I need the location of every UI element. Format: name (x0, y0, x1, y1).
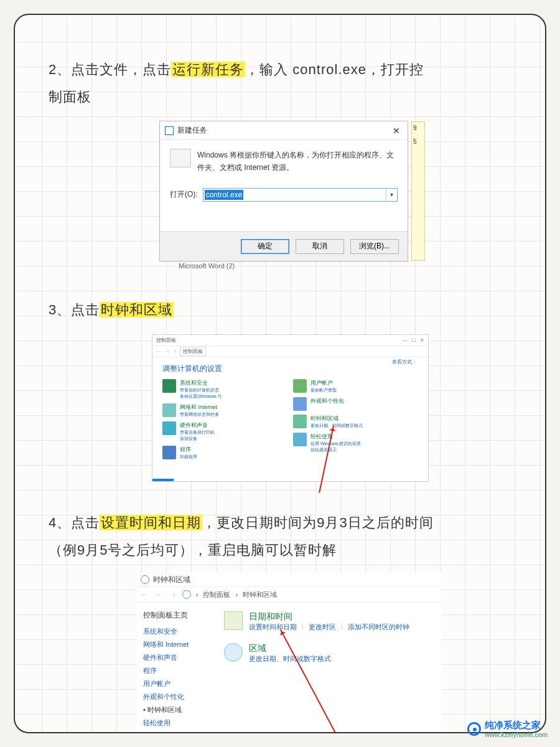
cr-sidebar: 控制面板主页 系统和安全 网络和 Internet 硬件和声音 程序 用户帐户 … (137, 603, 218, 733)
clock-icon (293, 415, 307, 428)
cp-item-network[interactable]: 网络和 Internet查看网络状态和任务 (162, 403, 274, 418)
step2-line2: 制面板 (49, 89, 91, 105)
cp-item-clock[interactable]: 时钟和区域更改日期、时间或数字格式 (293, 415, 405, 429)
open-value: control.exe (205, 190, 244, 200)
watermark: 纯净系统之家 www.kzmyhome.com (467, 720, 548, 738)
palette-icon (293, 397, 307, 411)
step3-prefix: 3、点击 (49, 302, 100, 317)
globe-icon (224, 643, 243, 662)
date-time-title[interactable]: 日期和时间 (249, 611, 409, 622)
step4-line2: （例9月5号之后均可），重启电脑可以暂时解 (49, 542, 337, 558)
nav-arrows[interactable]: ← → ↑ (141, 591, 177, 598)
cp-right-col: 用户帐户更改帐户类型 外观和个性化 时钟和区域更改日期、时间或数字格式 轻松使用… (293, 379, 405, 460)
cp-item-appearance[interactable]: 外观和个性化 (293, 397, 405, 411)
printer-icon (162, 421, 176, 435)
step2-prefix: 2、点击文件，点击 (49, 62, 171, 77)
dialog-title: 新建任务 (177, 125, 390, 136)
clock-icon (141, 575, 149, 584)
shield-icon (162, 379, 176, 393)
nav-up-icon[interactable]: ↑ (174, 349, 176, 354)
chevron-down-icon[interactable]: ▾ (386, 189, 397, 201)
control-panel-window: 控制面板 — ☐ ✕ ← → ↑ 控制面板 查看方式： 调整计算机的设置 系统和… (152, 334, 429, 482)
cp-item-hardware[interactable]: 硬件和声音查看设备和打印机添加设备 (162, 421, 274, 442)
side-system[interactable]: 系统和安全 (143, 627, 212, 636)
cp-item-ease[interactable]: 轻松使用使用 Windows 建议的设置优化视觉显示 (293, 433, 405, 453)
nav-fwd-icon[interactable]: → (165, 349, 170, 354)
address-path[interactable]: 控制面板 (180, 347, 206, 356)
side-clock-current: 时钟和区域 (143, 705, 212, 715)
crumb-cp[interactable]: 控制面板 (203, 590, 230, 599)
link-add-tz[interactable]: 添加不同时区的时钟 (348, 622, 409, 632)
clock-region-window: 时钟和区域 ← → ↑ › 控制面板 › 时钟和区域 控制面板主页 系统和安全 … (137, 573, 442, 733)
accessibility-icon (293, 433, 307, 446)
user-icon (293, 379, 307, 393)
view-mode[interactable]: 查看方式： (392, 359, 417, 365)
step4-text: 4、点击设置时间和日期，更改日期时间为9月3日之后的时间 （例9月5号之后均可）… (49, 509, 521, 564)
dialog-description: Windows 将根据你所键入的名称，为你打开相应的程序、文件夹、文档或 Int… (197, 149, 398, 174)
side-users[interactable]: 用户帐户 (143, 679, 212, 688)
side-network[interactable]: 网络和 Internet (143, 640, 212, 649)
browse-button[interactable]: 浏览(B)... (350, 239, 399, 254)
sidebar-heading: 控制面板主页 (143, 610, 212, 621)
box-icon (162, 446, 176, 459)
cr-title: 时钟和区域 (153, 575, 190, 585)
side-ease[interactable]: 轻松使用 (143, 718, 212, 728)
step4-rest1: ，更改日期时间为9月3日之后的时间 (202, 515, 433, 530)
step3-text: 3、点击时钟和区域 (49, 296, 174, 324)
step2-highlight: 运行新任务 (171, 62, 245, 77)
logo-icon (467, 722, 481, 736)
run-icon (170, 149, 191, 167)
side-hardware[interactable]: 硬件和声音 (143, 653, 212, 662)
cp-item-users[interactable]: 用户帐户更改帐户类型 (293, 379, 405, 393)
cp-item-system[interactable]: 系统和安全查看你的计算机状态备份还原(Windows 7) (162, 379, 274, 400)
nav-back-icon[interactable]: ← (156, 349, 161, 354)
cp-title-label: 控制面板 (156, 337, 176, 344)
step2-text: 2、点击文件，点击运行新任务，输入 control.exe，打开控 制面板 (49, 56, 515, 111)
step4-highlight: 设置时间和日期 (100, 515, 202, 530)
clock-icon (182, 590, 191, 599)
cp-heading: 调整计算机的设置 (162, 364, 418, 374)
globe-icon (162, 403, 176, 417)
link-set-time[interactable]: 设置时间和日期 (249, 622, 297, 632)
open-combobox[interactable]: control.exe ▾ (203, 188, 398, 202)
selection-bar (152, 479, 174, 481)
ok-button[interactable]: 确定 (241, 239, 289, 254)
background-word-text: Microsoft Word (2) (179, 262, 235, 270)
step2-mid: ，输入 control.exe，打开控 (245, 62, 424, 77)
wm-name: 纯净系统之家 (485, 720, 541, 730)
calendar-icon (224, 611, 243, 630)
crumb-clock[interactable]: 时钟和区域 (243, 590, 277, 599)
link-region-format[interactable]: 更改日期、时间或数字格式 (249, 654, 331, 664)
run-dialog-icon (165, 126, 174, 135)
side-appearance[interactable]: 外观和个性化 (143, 692, 212, 702)
open-label: 打开(O): (170, 189, 198, 200)
step3-highlight: 时钟和区域 (100, 302, 174, 317)
row-region: 区域 更改日期、时间或数字格式 (224, 643, 436, 664)
row-date-time: 日期和时间 设置时间和日期| 更改时区| 添加不同时区的时钟 (224, 611, 436, 632)
dialog-titlebar: 新建任务 ✕ (160, 121, 408, 140)
run-dialog: 95 Microsoft Word (2) 新建任务 ✕ Windows 将根据… (159, 121, 408, 261)
step4-prefix: 4、点击 (49, 515, 100, 530)
background-taskmgr-strip: 95 (411, 121, 425, 261)
cp-item-programs[interactable]: 程序卸载程序 (162, 446, 274, 460)
link-change-tz[interactable]: 更改时区 (309, 622, 336, 632)
wm-url: www.kzmyhome.com (485, 731, 548, 738)
side-programs[interactable]: 程序 (143, 666, 212, 675)
close-icon[interactable]: ✕ (390, 126, 403, 136)
cancel-button[interactable]: 取消 (296, 239, 344, 254)
window-buttons[interactable]: — ☐ ✕ (403, 337, 424, 343)
cp-left-col: 系统和安全查看你的计算机状态备份还原(Windows 7) 网络和 Intern… (162, 379, 274, 460)
